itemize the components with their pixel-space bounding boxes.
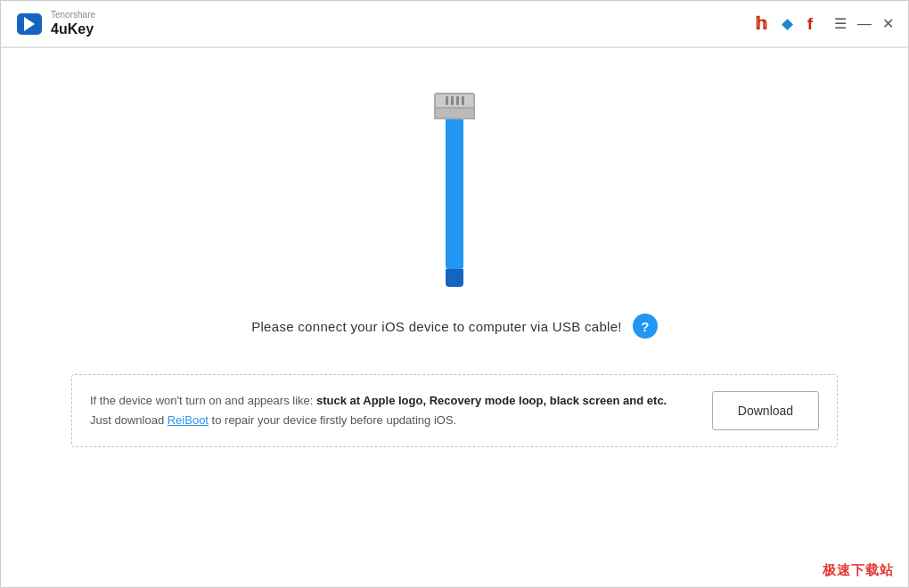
info-line1: If the device won't turn on and appears … xyxy=(90,391,694,411)
connection-message-text: Please connect your iOS device to comput… xyxy=(251,319,622,334)
download-button[interactable]: Download xyxy=(712,391,819,430)
title-bar: Tenorshare 4uKey 𝕙 ◆ f ☰ — ✕ xyxy=(1,1,908,47)
usb-cable-illustration xyxy=(434,93,475,287)
minimize-button[interactable]: — xyxy=(857,17,872,31)
usb-cable-body xyxy=(446,127,463,269)
app-logo-area: Tenorshare 4uKey xyxy=(15,10,95,38)
reiboot-link[interactable]: ReiBoot xyxy=(168,413,209,427)
info-line2: Just download ReiBoot to repair your dev… xyxy=(90,411,694,430)
close-button[interactable]: ✕ xyxy=(882,17,894,31)
usb-connector-top xyxy=(434,93,475,109)
menu-icon[interactable]: ☰ xyxy=(834,17,847,31)
app-logo-icon xyxy=(15,10,44,38)
info-suffix: to repair your device firstly before upd… xyxy=(209,413,456,427)
app-name: 4uKey xyxy=(51,20,95,37)
brand-name: Tenorshare xyxy=(51,10,95,20)
usb-pin xyxy=(446,96,448,105)
app-name-container: Tenorshare 4uKey xyxy=(51,10,95,37)
connection-message-area: Please connect your iOS device to comput… xyxy=(251,314,658,339)
info-label: If the device won't turn on and appears … xyxy=(90,394,313,407)
help-button[interactable]: ? xyxy=(633,314,658,339)
tools-icon[interactable]: 𝕙 xyxy=(755,13,767,34)
title-bar-right: 𝕙 ◆ f ☰ — ✕ xyxy=(755,13,894,34)
info-box: If the device won't turn on and appears … xyxy=(71,374,838,447)
usb-cable-end xyxy=(446,269,463,287)
main-content: Please connect your iOS device to comput… xyxy=(1,48,908,588)
window-controls: ☰ — ✕ xyxy=(834,17,894,31)
usb-pin xyxy=(451,96,454,105)
usb-pin xyxy=(462,96,464,105)
info-text-area: If the device won't turn on and appears … xyxy=(90,391,694,430)
usb-connector-body xyxy=(434,109,475,119)
facebook-icon[interactable]: f xyxy=(807,14,813,34)
settings-icon[interactable]: ◆ xyxy=(782,14,793,33)
info-bold-text: stuck at Apple logo, Recovery mode loop,… xyxy=(316,394,667,407)
usb-pin xyxy=(456,96,459,105)
info-prefix: Just download xyxy=(90,413,168,427)
watermark: 极速下载站 xyxy=(823,562,894,579)
usb-neck xyxy=(446,119,463,127)
